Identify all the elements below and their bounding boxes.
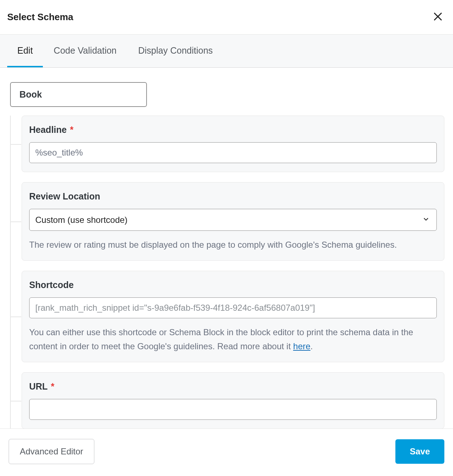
- required-indicator: *: [48, 381, 54, 391]
- save-button[interactable]: Save: [395, 439, 444, 464]
- close-icon: [433, 12, 443, 23]
- modal-title: Select Schema: [7, 12, 73, 23]
- tab-edit[interactable]: Edit: [7, 35, 43, 67]
- field-shortcode: Shortcode You can either use this shortc…: [22, 271, 444, 362]
- shortcode-help-pre: You can either use this shortcode or Sch…: [29, 327, 413, 351]
- shortcode-input[interactable]: [29, 297, 437, 318]
- close-button[interactable]: [430, 9, 446, 26]
- tabs-bar: Edit Code Validation Display Conditions: [0, 35, 453, 68]
- review-location-label: Review Location: [29, 191, 437, 202]
- review-location-select[interactable]: Custom (use shortcode): [29, 209, 437, 231]
- headline-label: Headline *: [29, 125, 437, 135]
- shortcode-label: Shortcode: [29, 280, 437, 290]
- shortcode-help-link[interactable]: here: [293, 341, 310, 351]
- field-headline: Headline *: [22, 116, 444, 172]
- tab-display-conditions[interactable]: Display Conditions: [127, 35, 224, 67]
- advanced-editor-button[interactable]: Advanced Editor: [9, 439, 94, 464]
- schema-type-label[interactable]: Book: [10, 82, 147, 107]
- shortcode-help-post: .: [310, 341, 313, 351]
- url-label: URL *: [29, 381, 437, 392]
- field-review-location: Review Location Custom (use shortcode) T…: [22, 182, 444, 261]
- review-location-help: The review or rating must be displayed o…: [29, 238, 437, 252]
- field-url: URL *: [22, 372, 444, 428]
- url-label-text: URL: [29, 381, 48, 391]
- required-indicator: *: [67, 125, 73, 135]
- url-input[interactable]: [29, 399, 437, 420]
- headline-label-text: Headline: [29, 125, 67, 135]
- shortcode-help: You can either use this shortcode or Sch…: [29, 325, 437, 353]
- tab-code-validation[interactable]: Code Validation: [43, 35, 127, 67]
- footer-bar: Advanced Editor Save: [0, 428, 453, 474]
- headline-input[interactable]: [29, 142, 437, 163]
- content-area: Book Headline * Review Location Custom (…: [0, 68, 453, 428]
